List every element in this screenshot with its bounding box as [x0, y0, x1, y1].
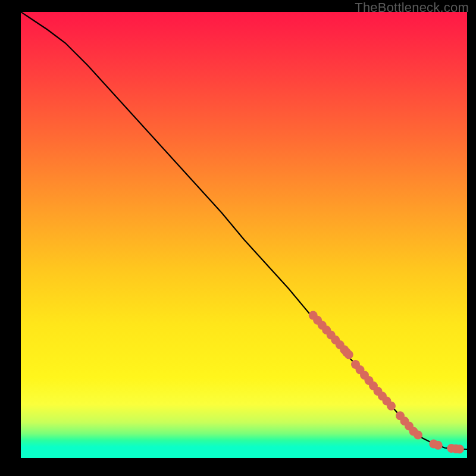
data-point	[345, 350, 353, 359]
data-point	[455, 444, 464, 453]
watermark-text: TheBottleneck.com	[355, 0, 469, 15]
chart-svg	[21, 12, 467, 458]
data-point	[414, 431, 422, 440]
data-point	[387, 402, 396, 411]
scatter-dots	[309, 311, 464, 454]
curve-line	[21, 12, 467, 449]
chart-stage: TheBottleneck.com	[0, 0, 476, 476]
plot-area	[21, 12, 467, 458]
data-point	[434, 441, 443, 450]
